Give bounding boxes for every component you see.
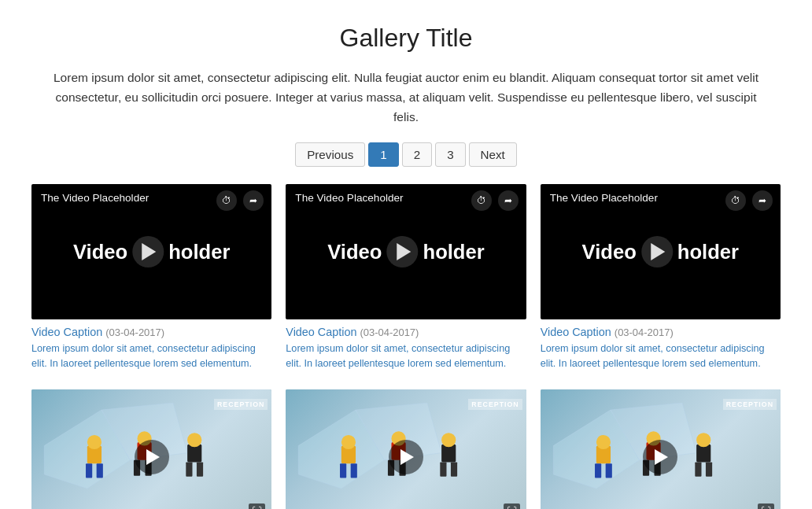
video-thumb-title: The Video Placeholder xyxy=(550,192,658,204)
video-grid: The Video Placeholder ⏱ ➦ Video holder V… xyxy=(31,184,781,509)
list-item: RECEPTION xyxy=(31,389,271,509)
video-caption-desc: Lorem ipsum dolor sit amet, consectetur … xyxy=(31,341,271,371)
svg-point-25 xyxy=(441,433,456,447)
share-icon[interactable]: ➦ xyxy=(498,190,519,211)
svg-rect-13 xyxy=(197,463,203,477)
svg-rect-32 xyxy=(595,463,601,478)
video-thumb-title: The Video Placeholder xyxy=(295,192,403,204)
svg-rect-27 xyxy=(451,463,457,477)
gallery-title: Gallery Title xyxy=(31,24,781,53)
clock-icon[interactable]: ⏱ xyxy=(725,190,746,211)
svg-point-11 xyxy=(187,433,201,447)
video-thumb-icons: ⏱ ➦ xyxy=(725,190,773,211)
video-caption-date: (03-04-2017) xyxy=(105,326,164,338)
video-caption-date: (03-04-2017) xyxy=(360,326,419,338)
clock-icon[interactable]: ⏱ xyxy=(471,190,492,211)
svg-rect-4 xyxy=(86,463,92,478)
video-thumbnail[interactable]: The Video Placeholder ⏱ ➦ Video holder xyxy=(31,184,271,319)
video-caption-title[interactable]: Video Caption xyxy=(286,326,356,338)
svg-rect-18 xyxy=(340,463,346,478)
svg-rect-33 xyxy=(605,463,611,478)
list-item: The Video Placeholder ⏱ ➦ Video holder V… xyxy=(286,184,526,370)
pagination: Previous 1 2 3 Next xyxy=(31,142,781,167)
video-thumbnail[interactable]: RECEPTION xyxy=(286,389,526,509)
video-caption-desc: Lorem ipsum dolor sit amet, consectetur … xyxy=(541,341,781,371)
video-thumb-icons: ⏱ ➦ xyxy=(216,190,264,211)
play-triangle-icon xyxy=(655,449,668,465)
play-button[interactable] xyxy=(643,440,677,474)
video-caption-desc: Lorem ipsum dolor sit amet, consectetur … xyxy=(286,341,526,371)
share-icon[interactable]: ➦ xyxy=(243,190,264,211)
share-icon[interactable]: ➦ xyxy=(752,190,773,211)
play-triangle-icon xyxy=(651,243,665,260)
svg-rect-26 xyxy=(441,463,447,477)
fullscreen-icon[interactable]: ⛶ xyxy=(249,503,265,509)
svg-rect-5 xyxy=(97,463,103,478)
video-thumbnail[interactable]: The Video Placeholder ⏱ ➦ Video holder xyxy=(541,184,781,319)
play-button[interactable] xyxy=(386,236,418,267)
video-caption-title[interactable]: Video Caption xyxy=(541,326,611,338)
pagination-previous[interactable]: Previous xyxy=(295,142,365,167)
svg-rect-12 xyxy=(186,463,192,477)
pagination-page-3[interactable]: 3 xyxy=(435,142,465,167)
svg-point-17 xyxy=(341,435,356,449)
play-button[interactable] xyxy=(641,236,673,267)
play-button[interactable] xyxy=(135,440,169,474)
play-button[interactable] xyxy=(132,236,164,267)
play-triangle-icon xyxy=(142,243,157,260)
video-thumbnail[interactable]: RECEPTION xyxy=(31,389,271,509)
list-item: RECEPTION xyxy=(286,389,526,509)
svg-point-31 xyxy=(596,435,611,449)
play-button[interactable] xyxy=(389,440,423,474)
video-placeholder-text: Video holder xyxy=(73,236,230,267)
video-caption: Video Caption (03-04-2017) Lorem ipsum d… xyxy=(541,326,781,371)
video-caption-title[interactable]: Video Caption xyxy=(31,326,102,338)
video-caption: Video Caption (03-04-2017) Lorem ipsum d… xyxy=(286,326,526,371)
fullscreen-icon[interactable]: ⛶ xyxy=(504,503,520,509)
pagination-page-1[interactable]: 1 xyxy=(368,142,398,167)
list-item: The Video Placeholder ⏱ ➦ Video holder V… xyxy=(541,184,781,370)
svg-rect-40 xyxy=(695,463,701,477)
gallery-description: Lorem ipsum dolor sit amet, consectetur … xyxy=(31,68,781,127)
clock-icon[interactable]: ⏱ xyxy=(216,190,237,211)
video-thumb-icons: ⏱ ➦ xyxy=(471,190,519,211)
pagination-next[interactable]: Next xyxy=(469,142,517,167)
video-placeholder-text: Video holder xyxy=(327,236,484,267)
video-thumb-title: The Video Placeholder xyxy=(41,192,149,204)
video-thumbnail[interactable]: The Video Placeholder ⏱ ➦ Video holder xyxy=(286,184,526,319)
play-triangle-icon xyxy=(400,449,414,465)
video-caption-date: (03-04-2017) xyxy=(615,326,674,338)
svg-rect-19 xyxy=(351,463,357,478)
video-caption: Video Caption (03-04-2017) Lorem ipsum d… xyxy=(31,326,271,371)
video-thumbnail[interactable]: RECEPTION xyxy=(541,389,781,509)
video-placeholder-text: Video holder xyxy=(582,236,739,267)
play-triangle-icon xyxy=(397,243,411,260)
svg-point-39 xyxy=(696,433,710,447)
play-triangle-icon xyxy=(146,449,160,465)
pagination-page-2[interactable]: 2 xyxy=(402,142,432,167)
fullscreen-icon[interactable]: ⛶ xyxy=(758,503,774,509)
list-item: The Video Placeholder ⏱ ➦ Video holder V… xyxy=(31,184,271,370)
list-item: RECEPTION xyxy=(541,389,781,509)
svg-point-3 xyxy=(87,435,102,449)
svg-rect-41 xyxy=(706,463,712,477)
